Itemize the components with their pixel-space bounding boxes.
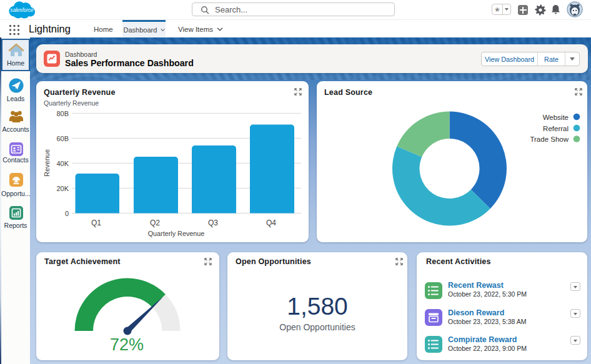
- svg-text:80B: 80B: [56, 110, 69, 117]
- svg-text:0: 0: [65, 210, 69, 217]
- svg-text:40K: 40K: [56, 160, 69, 167]
- svg-text:Referral: Referral: [543, 125, 569, 132]
- svg-text:Q2: Q2: [150, 219, 160, 227]
- svg-text:60B: 60B: [56, 135, 69, 142]
- svg-text:Website: Website: [543, 114, 569, 121]
- svg-text:72%: 72%: [110, 335, 144, 354]
- svg-text:Quarterly Revenue: Quarterly Revenue: [148, 230, 205, 237]
- svg-text:Q4: Q4: [266, 219, 276, 227]
- svg-text:20K: 20K: [56, 185, 69, 192]
- svg-text:Q1: Q1: [91, 219, 101, 227]
- svg-text:Trade Show: Trade Show: [530, 135, 569, 143]
- svg-text:Revenue: Revenue: [43, 149, 51, 177]
- svg-text:salesforce: salesforce: [10, 7, 34, 13]
- svg-text:Q3: Q3: [208, 219, 218, 227]
